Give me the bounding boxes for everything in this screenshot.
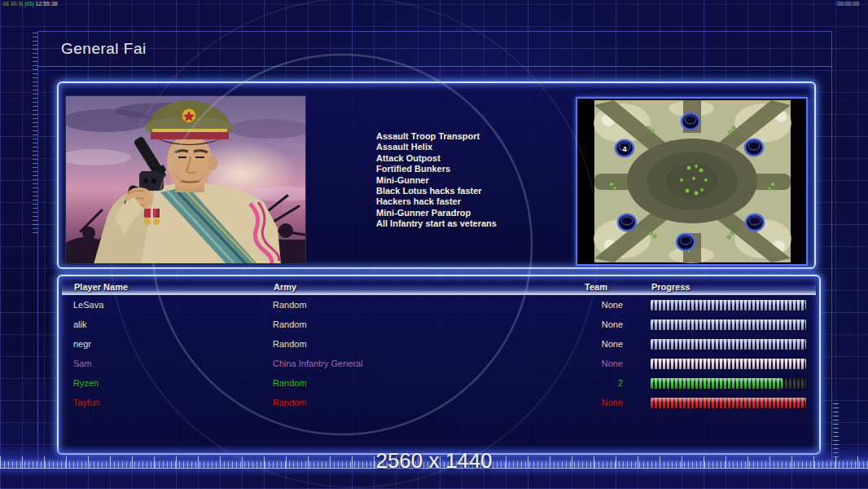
player-army: Random xyxy=(273,378,307,388)
ability-item: Black Lotus hacks faster xyxy=(376,186,497,196)
debug-overlay-text: 08 30 9| |65| 12:55:38 xyxy=(2,1,58,7)
progress-bar-fill xyxy=(651,319,806,330)
general-portrait-image xyxy=(65,95,306,264)
player-name: alik xyxy=(73,319,87,329)
debug-text-segment: 08 30 9| xyxy=(2,1,24,7)
player-name: Sam xyxy=(73,359,92,368)
player-name: negr xyxy=(73,339,91,349)
progress-bar xyxy=(651,319,806,330)
left-ruler-ticks xyxy=(33,33,37,236)
player-row: Sam China Infantry General None xyxy=(59,355,819,374)
progress-bar xyxy=(651,300,806,311)
progress-bar xyxy=(651,339,806,350)
map-preview: 4 xyxy=(576,97,808,266)
player-row: Tayfun Random None xyxy=(59,394,819,413)
player-name: Tayfun xyxy=(73,398,99,408)
progress-bar xyxy=(651,378,806,389)
ability-item: Hackers hack faster xyxy=(376,196,497,207)
player-team: None xyxy=(563,359,623,368)
player-team: None xyxy=(563,339,623,349)
debug-text-segment: 12:55:38 xyxy=(36,1,58,7)
ability-item: Mini-Gunner Paradrop xyxy=(376,208,497,218)
progress-bar-fill xyxy=(651,339,806,350)
player-row: Ryzen Random 2 xyxy=(59,374,819,394)
player-team: None xyxy=(563,319,623,329)
general-title: General Fai xyxy=(61,40,147,58)
ability-item: Assault Helix xyxy=(376,142,497,152)
map-preview-art: 4 xyxy=(577,99,806,264)
player-army: Random xyxy=(273,339,307,349)
debug-text-segment: |65| xyxy=(24,1,35,7)
resolution-label: 2560 x 1440 xyxy=(0,448,868,474)
progress-bar-fill xyxy=(651,300,806,311)
progress-bar-fill xyxy=(651,378,783,389)
player-army: China Infantry General xyxy=(273,359,363,368)
progress-bar-fill xyxy=(651,398,806,408)
progress-bar xyxy=(651,398,806,408)
player-list-panel: Player Name Army Team Progress LeSava Ra… xyxy=(57,275,821,455)
player-army: Random xyxy=(273,319,307,329)
ability-item: Assault Troop Transport xyxy=(376,131,497,142)
ability-item: All Infantry start as veterans xyxy=(376,218,497,229)
player-rows: LeSava Random None alik Random None negr… xyxy=(59,276,819,453)
general-abilities-list: Assault Troop Transport Assault Helix At… xyxy=(376,131,497,230)
ability-item: Attack Outpost xyxy=(376,153,497,164)
player-team: None xyxy=(563,300,623,310)
player-row: negr Random None xyxy=(59,335,819,355)
portrait-art xyxy=(66,96,306,264)
player-army: Random xyxy=(273,398,307,408)
title-divider xyxy=(37,66,832,67)
ability-item: Fortified Bunkers xyxy=(376,164,497,174)
general-info-panel: Assault Troop Transport Assault Helix At… xyxy=(57,82,816,269)
player-army: Random xyxy=(273,300,307,310)
ability-item: Mini-Gunner xyxy=(376,175,497,186)
player-team: None xyxy=(563,398,623,408)
game-timer: 00:00:00 xyxy=(837,1,859,7)
player-name: Ryzen xyxy=(73,378,99,388)
start-position-number: 4 xyxy=(622,145,626,153)
progress-bar-fill xyxy=(651,359,806,369)
player-row: LeSava Random None xyxy=(59,296,819,315)
player-team: 2 xyxy=(563,378,623,388)
player-row: alik Random None xyxy=(59,315,819,335)
player-name: LeSava xyxy=(73,300,103,310)
progress-bar xyxy=(651,359,806,369)
